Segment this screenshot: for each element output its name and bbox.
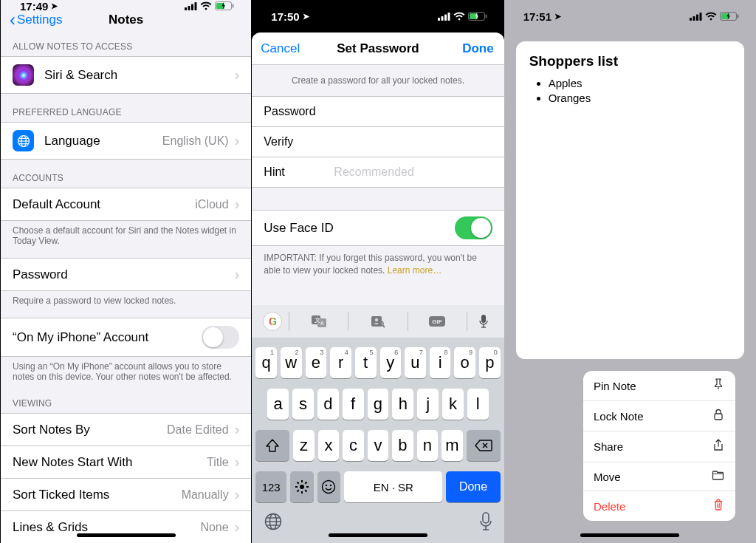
- google-icon[interactable]: G: [256, 305, 289, 338]
- pin-icon: [712, 378, 725, 393]
- sort-notes-by-value: Date Edited: [167, 423, 229, 437]
- chevron-right-icon: ›: [235, 486, 240, 503]
- svg-rect-18: [485, 14, 487, 18]
- key-k[interactable]: k: [442, 389, 464, 420]
- sort-notes-by-row[interactable]: Sort Notes By Date Edited ›: [1, 413, 251, 445]
- status-time: 17:51: [523, 10, 551, 23]
- section-header-accounts: ACCOUNTS: [1, 160, 251, 188]
- svg-point-44: [326, 485, 327, 486]
- lines-grids-label: Lines & Grids: [13, 520, 200, 535]
- key-v[interactable]: v: [368, 430, 389, 461]
- globe-key[interactable]: [264, 512, 283, 534]
- key-n[interactable]: n: [417, 430, 439, 461]
- language-value: English (UK): [162, 134, 229, 148]
- key-i[interactable]: i8: [430, 347, 451, 378]
- key-t[interactable]: t5: [355, 347, 377, 378]
- pin-note-action[interactable]: Pin Note: [583, 371, 735, 401]
- status-bar: 17:51 ➤: [504, 0, 756, 33]
- keyboard-done-key[interactable]: Done: [446, 471, 500, 502]
- share-action[interactable]: Share: [583, 431, 735, 462]
- on-my-iphone-switch[interactable]: [202, 326, 239, 349]
- settings-key[interactable]: [290, 471, 314, 502]
- mic-icon[interactable]: [467, 305, 500, 338]
- location-icon: ➤: [51, 1, 58, 11]
- key-c[interactable]: c: [343, 430, 364, 461]
- verify-input[interactable]: [334, 135, 492, 148]
- key-q[interactable]: q1: [255, 347, 277, 378]
- note-list-item: Oranges: [549, 92, 731, 104]
- note-preview-card[interactable]: Shoppers list Apples Oranges: [516, 41, 744, 359]
- emoji-key[interactable]: [317, 471, 341, 502]
- svg-rect-62: [715, 414, 722, 420]
- learn-more-link[interactable]: Learn more…: [388, 265, 441, 276]
- svg-point-45: [330, 485, 331, 486]
- default-account-row[interactable]: Default Account iCloud ›: [1, 188, 251, 221]
- hint-input[interactable]: [334, 165, 492, 179]
- key-z[interactable]: z: [293, 430, 315, 461]
- face-id-switch[interactable]: [455, 216, 492, 239]
- on-my-iphone-row[interactable]: “On My iPhone” Account: [1, 318, 251, 357]
- key-g[interactable]: g: [368, 389, 389, 420]
- password-row-label: Password: [13, 267, 235, 282]
- lines-grids-row[interactable]: Lines & Grids None ›: [1, 510, 251, 543]
- password-field-row[interactable]: Password: [252, 97, 504, 127]
- backspace-key[interactable]: [467, 430, 501, 461]
- note-list-item: Apples: [549, 77, 731, 89]
- done-button[interactable]: Done: [462, 41, 494, 56]
- key-o[interactable]: o9: [454, 347, 475, 378]
- nav-bar: Cancel Set Password Done: [252, 33, 504, 65]
- gif-icon[interactable]: GIF: [408, 305, 467, 338]
- default-account-value: iCloud: [195, 198, 228, 211]
- key-s[interactable]: s: [292, 389, 314, 420]
- key-x[interactable]: x: [318, 430, 340, 461]
- section-header-language: PREFERRED LANGUAGE: [1, 94, 251, 122]
- move-action[interactable]: Move: [583, 462, 735, 491]
- sort-ticked-label: Sort Ticked Items: [13, 488, 182, 502]
- password-row[interactable]: Password ›: [1, 258, 251, 291]
- lock-icon: [712, 409, 725, 423]
- key-j[interactable]: j: [417, 389, 439, 420]
- dictation-key[interactable]: [479, 512, 492, 534]
- key-d[interactable]: d: [317, 389, 339, 420]
- helper-text: Create a password for all your locked no…: [252, 65, 504, 97]
- key-w[interactable]: w2: [281, 347, 302, 378]
- translate-icon[interactable]: 文A: [289, 305, 348, 338]
- space-key[interactable]: EN · SR: [344, 471, 442, 502]
- face-id-row[interactable]: Use Face ID: [252, 210, 504, 246]
- key-b[interactable]: b: [392, 430, 413, 461]
- delete-action[interactable]: Delete: [583, 491, 735, 521]
- key-e[interactable]: e3: [306, 347, 327, 378]
- back-button[interactable]: ‹ Settings: [10, 13, 62, 27]
- key-p[interactable]: p0: [479, 347, 501, 378]
- shift-key[interactable]: [255, 430, 289, 461]
- battery-icon: [468, 10, 488, 23]
- location-icon: ➤: [554, 12, 561, 21]
- siri-search-row[interactable]: Siri & Search ›: [1, 56, 251, 94]
- key-a[interactable]: a: [267, 389, 289, 420]
- new-notes-start-row[interactable]: New Notes Start With Title ›: [1, 445, 251, 478]
- password-input[interactable]: [334, 105, 492, 118]
- hint-field-row[interactable]: Hint: [252, 157, 504, 188]
- chevron-right-icon: ›: [235, 421, 240, 438]
- key-y[interactable]: y6: [380, 347, 402, 378]
- lock-note-action[interactable]: Lock Note: [583, 401, 735, 431]
- numbers-key[interactable]: 123: [255, 471, 286, 502]
- svg-rect-13: [441, 16, 443, 21]
- key-l[interactable]: l: [467, 389, 489, 420]
- svg-rect-15: [447, 13, 450, 21]
- verify-field-row[interactable]: Verify: [252, 127, 504, 157]
- home-indicator: [580, 533, 679, 537]
- key-f[interactable]: f: [343, 389, 364, 420]
- key-h[interactable]: h: [392, 389, 413, 420]
- sort-ticked-value: Manually: [182, 488, 229, 502]
- language-row[interactable]: Language English (UK) ›: [1, 122, 251, 160]
- person-search-icon[interactable]: [348, 305, 407, 338]
- cancel-button[interactable]: Cancel: [261, 41, 300, 56]
- sort-notes-by-label: Sort Notes By: [13, 423, 167, 437]
- key-r[interactable]: r4: [330, 347, 351, 378]
- key-u[interactable]: u7: [405, 347, 426, 378]
- page-title: Notes: [109, 13, 143, 27]
- svg-rect-56: [696, 14, 698, 21]
- sort-ticked-row[interactable]: Sort Ticked Items Manually ›: [1, 478, 251, 510]
- key-m[interactable]: m: [441, 430, 463, 461]
